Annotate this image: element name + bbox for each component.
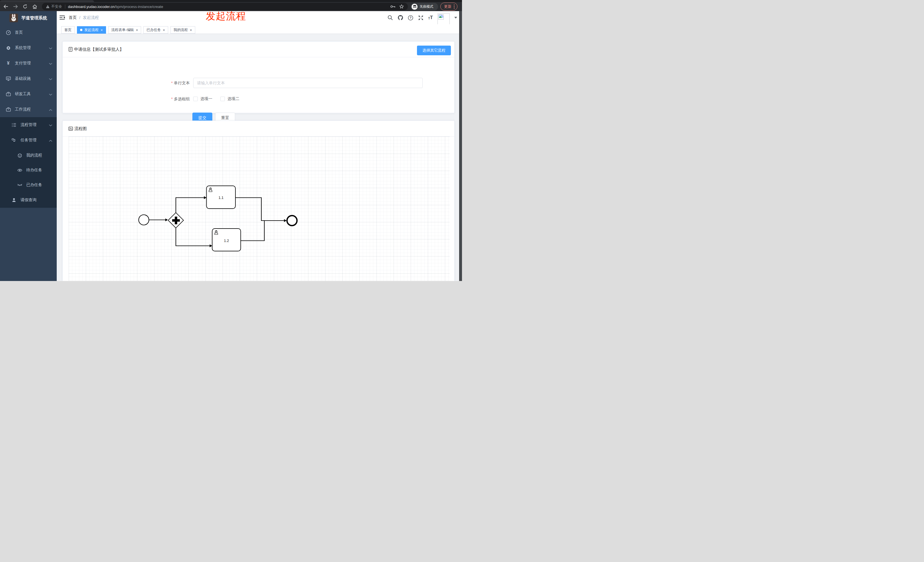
sidebar-item-dev-tools[interactable]: 研发工具 bbox=[0, 86, 57, 102]
select-other-process-button[interactable]: 选择其它流程 bbox=[417, 46, 451, 55]
list-tree-icon bbox=[11, 123, 16, 127]
forward-icon[interactable] bbox=[12, 2, 19, 11]
key-icon[interactable] bbox=[390, 5, 395, 8]
task-label: 1.2 bbox=[224, 239, 229, 243]
card-title: 流程图 bbox=[74, 126, 87, 131]
face-icon bbox=[17, 153, 22, 158]
chevron-down-icon bbox=[49, 61, 52, 66]
incognito-badge: 无痕模式 bbox=[411, 3, 438, 10]
tab-home[interactable]: 首页 bbox=[61, 26, 75, 34]
active-tab-dot bbox=[80, 29, 82, 31]
sidebar-item-infrastructure[interactable]: 基础设施 bbox=[0, 71, 57, 86]
checkbox-option-1[interactable]: 选项一 bbox=[193, 96, 212, 102]
back-icon[interactable] bbox=[2, 2, 9, 11]
application-info-card: 申请信息【测试多审批人】 选择其它流程 *单行文本 *多选框组 选项一 选项二 bbox=[62, 41, 454, 113]
checkbox-icon[interactable] bbox=[220, 97, 225, 101]
document-icon bbox=[68, 47, 73, 52]
tabbar: 首页 发起流程 × 流程表单-编辑 × 已办任务 × 我的流程 × bbox=[57, 24, 459, 34]
picture-icon bbox=[68, 127, 73, 131]
chevron-down-icon bbox=[49, 123, 52, 127]
sidebar-item-label: 首页 bbox=[15, 30, 23, 35]
close-icon[interactable]: × bbox=[163, 28, 165, 32]
fullscreen-icon[interactable] bbox=[418, 15, 424, 21]
bookmark-star-icon[interactable] bbox=[399, 4, 404, 9]
url-domain: dashboard.yudao.iocoder.cn bbox=[68, 4, 115, 9]
bpmn-user-task-1-2[interactable]: 1.2 bbox=[212, 229, 241, 251]
breadcrumb: 首页 / 发起流程 bbox=[69, 11, 99, 24]
bpmn-user-task-1-1[interactable]: 1.1 bbox=[207, 186, 236, 208]
tab-create-process[interactable]: 发起流程 × bbox=[77, 26, 106, 34]
bpmn-canvas[interactable]: 1.1 1.2 bbox=[69, 136, 450, 281]
site-security[interactable]: 不安全 bbox=[46, 4, 62, 9]
sidebar-item-system[interactable]: 系统管理 bbox=[0, 40, 57, 55]
sidebar-item-workflow[interactable]: 工作流程 bbox=[0, 102, 57, 117]
chevron-down-icon bbox=[49, 46, 52, 50]
required-mark: * bbox=[171, 81, 173, 85]
header-actions: ? TT bbox=[387, 11, 458, 24]
app-logo-row[interactable]: 芋道管理系统 bbox=[0, 11, 57, 25]
url-path: /bpm/process-instance/create bbox=[115, 4, 163, 9]
breadcrumb-separator: / bbox=[79, 15, 80, 20]
checkbox-label: 选项一 bbox=[200, 96, 212, 102]
browser-menu-icon[interactable] bbox=[454, 4, 454, 9]
update-label: 更新 bbox=[444, 4, 452, 9]
omnibox-divider bbox=[65, 4, 65, 9]
sidebar-item-task-management[interactable]: 任务管理 bbox=[0, 132, 57, 148]
field-label-text: *单行文本 bbox=[63, 78, 190, 88]
close-icon[interactable]: × bbox=[136, 28, 138, 32]
tab-my-processes[interactable]: 我的流程 × bbox=[170, 26, 195, 34]
breadcrumb-home[interactable]: 首页 bbox=[69, 15, 76, 20]
sidebar-item-home[interactable]: 首页 bbox=[0, 25, 57, 40]
incognito-label: 无痕模式 bbox=[420, 4, 433, 9]
sidebar-item-process-management[interactable]: 流程管理 bbox=[0, 117, 57, 132]
bpmn-parallel-gateway[interactable] bbox=[168, 213, 183, 228]
help-icon[interactable]: ? bbox=[408, 15, 414, 21]
sidebar-item-todo-tasks[interactable]: 待办任务 bbox=[0, 163, 57, 178]
tab-label: 发起流程 bbox=[84, 28, 99, 33]
checkbox-option-2[interactable]: 选项二 bbox=[220, 96, 239, 102]
sidebar-item-label: 请假查询 bbox=[21, 198, 36, 202]
annotation-text: 发起流程 bbox=[206, 10, 246, 23]
tab-form-edit[interactable]: 流程表单-编辑 × bbox=[108, 26, 141, 34]
card-header: 流程图 bbox=[63, 121, 454, 136]
tab-done-tasks[interactable]: 已办任务 × bbox=[143, 26, 168, 34]
caret-down-icon[interactable] bbox=[454, 17, 457, 18]
sidebar-item-my-processes[interactable]: 我的流程 bbox=[0, 148, 57, 163]
close-icon[interactable]: × bbox=[100, 28, 103, 32]
checkbox-icon[interactable] bbox=[193, 97, 198, 101]
url-bar[interactable]: 不安全 dashboard.yudao.iocoder.cn/bpm/proce… bbox=[42, 3, 408, 10]
reload-icon[interactable] bbox=[22, 2, 28, 11]
github-icon[interactable] bbox=[398, 15, 403, 21]
eye-closed-icon bbox=[17, 183, 22, 187]
bpmn-end-event[interactable] bbox=[287, 216, 297, 226]
sidebar-item-label: 系统管理 bbox=[15, 45, 31, 51]
tab-label: 流程表单-编辑 bbox=[111, 28, 134, 33]
home-icon[interactable] bbox=[32, 2, 38, 11]
close-icon[interactable]: × bbox=[190, 28, 192, 32]
single-line-text-input[interactable] bbox=[193, 78, 423, 88]
bpmn-start-event[interactable] bbox=[139, 215, 149, 225]
sidebar-item-done-tasks[interactable]: 已办任务 bbox=[0, 178, 57, 192]
app-logo bbox=[9, 13, 18, 22]
sidebar-item-payment[interactable]: ¥ 支付管理 bbox=[0, 55, 57, 71]
toolbox-icon bbox=[6, 92, 11, 97]
page-scrollbar[interactable] bbox=[459, 11, 462, 281]
gear-icon bbox=[6, 46, 11, 51]
sidebar-item-label: 流程管理 bbox=[21, 122, 36, 127]
sidebar-item-label: 工作流程 bbox=[15, 107, 31, 112]
main-area: 首页 / 发起流程 ? TT bbox=[57, 11, 459, 281]
sidebar-collapse-icon[interactable] bbox=[60, 15, 65, 19]
bpmn-diagram: 1.1 1.2 bbox=[69, 136, 450, 281]
avatar[interactable] bbox=[438, 13, 450, 25]
browser-update-button[interactable]: 更新 bbox=[440, 3, 458, 10]
screenshot-root: 不安全 dashboard.yudao.iocoder.cn/bpm/proce… bbox=[0, 0, 462, 281]
svg-text:?: ? bbox=[410, 16, 411, 19]
card-title: 申请信息【测试多审批人】 bbox=[74, 47, 124, 52]
chevron-down-icon bbox=[49, 76, 52, 81]
sidebar-item-leave-query[interactable]: 请假查询 bbox=[0, 192, 57, 208]
route-icon bbox=[11, 138, 16, 143]
task-label: 1.1 bbox=[219, 196, 224, 200]
search-icon[interactable] bbox=[387, 15, 393, 21]
font-size-icon[interactable]: TT bbox=[428, 15, 433, 19]
flow-diagram-card: 流程图 bbox=[62, 121, 454, 281]
